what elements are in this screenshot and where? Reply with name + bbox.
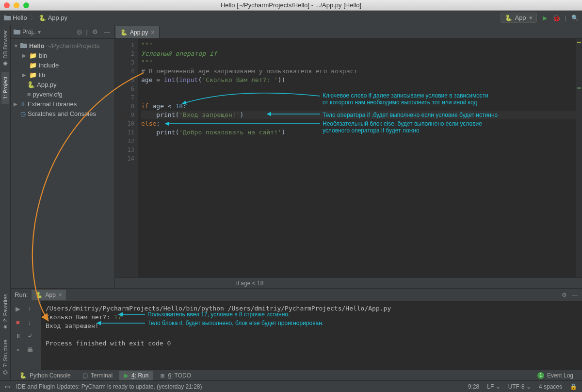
titlebar: Hello [~/PycharmProjects/Hello] - .../Ap… — [0, 0, 582, 11]
lock-icon[interactable]: 🔒 — [570, 383, 577, 390]
sidebar-title: Proj..▾ — [14, 29, 72, 35]
structure-tab[interactable]: ⌬ 7: Structure — [1, 335, 9, 380]
line-gutter: 1234567 891011121314 — [115, 39, 138, 278]
close-window-button[interactable] — [4, 2, 10, 8]
pause-icon[interactable]: ⏸ — [13, 330, 23, 341]
breadcrumb-file[interactable]: 🐍 App.py — [39, 14, 67, 21]
run-panel: Run: 🐍 App × ⚙ — ▶ ■ ⏸ » ↑ ↓ — [11, 288, 582, 370]
tree-item-lib[interactable]: ▶📁lib — [11, 70, 114, 80]
run-config-selector[interactable]: 🐍 App ▾ — [501, 13, 536, 23]
db-browser-tab[interactable]: ◉ DB Browser — [1, 25, 9, 72]
minimize-window-button[interactable] — [14, 2, 19, 8]
print-icon[interactable]: 🖶 — [24, 344, 35, 355]
event-count-badge: 1 — [537, 372, 544, 379]
terminal-tab[interactable]: ▢Terminal — [78, 371, 117, 380]
window-title: Hello [~/PycharmProjects/Hello] - .../Ap… — [221, 1, 361, 9]
breadcrumb-project[interactable]: Hello — [4, 14, 27, 21]
window-controls — [4, 2, 29, 8]
left-tool-rail: ◉ DB Browser 1: Project ★ 2: Favorites ⌬… — [0, 25, 11, 380]
tree-item-bin[interactable]: ▶📁bin — [11, 50, 114, 60]
rerun-button[interactable]: ▶ — [13, 303, 23, 314]
folder-icon — [4, 15, 11, 21]
breadcrumb-bar: Hello 〉 🐍 App.py 🐍 App ▾ ▶ 🐞 | 🔍 — [0, 11, 582, 25]
status-bar: ▭ IDE and Plugin Updates: PyCharm is rea… — [0, 380, 582, 392]
encoding[interactable]: UTF-8 ⌄ — [508, 383, 531, 390]
run-output[interactable]: /Users/dmitriy/PycharmProjects/Hello/bin… — [41, 301, 582, 370]
event-log-tab[interactable]: 1 Event Log — [533, 371, 578, 380]
todo-tab[interactable]: ≣6: TODO — [155, 371, 196, 380]
run-toolbar: ▶ ■ ⏸ » ↑ ↓ ⤶ 🖶 — [11, 301, 41, 370]
editor-tab-app-py[interactable]: 🐍 App.py × — [115, 26, 160, 38]
run-panel-label: Run: — [15, 291, 28, 298]
gear-icon[interactable]: ⚙ — [91, 28, 99, 35]
down-icon[interactable]: ↓ — [24, 317, 35, 327]
python-console-tab[interactable]: 🐍Python Console — [15, 371, 76, 380]
status-message-icon: ▭ — [5, 383, 10, 390]
star-icon: ★ — [3, 324, 8, 330]
python-icon: 🐍 — [35, 292, 42, 298]
tree-root[interactable]: ▼ Hello ~/PycharmProjects — [11, 41, 114, 50]
tree-scratches[interactable]: ◷Scratches and Consoles — [11, 109, 114, 118]
structure-icon: ⌬ — [3, 369, 8, 376]
code-editor[interactable]: 1234567 891011121314 """ Условный операт… — [115, 39, 582, 278]
collapse-icon[interactable]: — — [102, 28, 112, 35]
close-icon[interactable]: × — [59, 292, 62, 298]
tree-item-pyvenv[interactable]: ≡pyvenv.cfg — [11, 89, 114, 99]
project-sidebar: Proj..▾ ◎ | ⚙ — ▼ Hello ~/PycharmProject… — [11, 25, 115, 288]
folder-icon — [14, 29, 20, 35]
run-tab[interactable]: ▶4: Run — [119, 371, 153, 380]
status-message: IDE and Plugin Updates: PyCharm is ready… — [16, 383, 202, 390]
project-tab[interactable]: 1: Project — [1, 72, 9, 104]
chevron-down-icon: ▾ — [529, 14, 533, 21]
editor-area: 🐍 App.py × 1234567 891011121314 """ Усло… — [115, 25, 582, 288]
line-ending[interactable]: LF ⌄ — [487, 383, 500, 390]
collapse-icon[interactable]: — — [571, 292, 578, 298]
folder-icon — [20, 43, 27, 49]
terminal-icon: ▢ — [82, 372, 88, 379]
debug-button[interactable]: 🐞 — [553, 15, 560, 21]
more-icon[interactable]: » — [13, 344, 23, 355]
editor-breadcrumb: if age < 18 — [115, 278, 582, 288]
list-icon: ≣ — [160, 372, 165, 379]
python-icon: 🐍 — [19, 372, 27, 379]
run-button[interactable]: ▶ — [542, 15, 549, 21]
tree-item-include[interactable]: 📁include — [11, 60, 114, 70]
editor-tabs: 🐍 App.py × — [115, 25, 582, 39]
chevron-right-icon: 〉 — [30, 14, 36, 22]
python-icon: 🐍 — [505, 15, 512, 21]
cursor-position[interactable]: 9:28 — [468, 383, 479, 390]
tree-external-libs[interactable]: ▶⊪External Libraries — [11, 99, 114, 109]
play-icon: ▶ — [124, 372, 129, 379]
bottom-tool-tabs: 🐍Python Console ▢Terminal ▶4: Run ≣6: TO… — [11, 370, 582, 380]
python-file-icon: 🐍 — [120, 29, 127, 36]
project-tree: ▼ Hello ~/PycharmProjects ▶📁bin 📁include… — [11, 39, 114, 120]
wrap-icon[interactable]: ⤶ — [24, 330, 35, 341]
favorites-tab[interactable]: ★ 2: Favorites — [1, 289, 9, 335]
database-icon: ◉ — [3, 61, 8, 67]
close-icon[interactable]: × — [151, 29, 154, 36]
marker-stripe[interactable] — [576, 39, 582, 278]
tree-item-app-py[interactable]: 🐍App.py — [11, 80, 114, 89]
gear-icon[interactable]: ⚙ — [561, 292, 567, 298]
up-icon[interactable]: ↑ — [24, 303, 35, 314]
search-button[interactable]: 🔍 — [571, 15, 578, 21]
run-tab-app[interactable]: 🐍 App × — [32, 290, 65, 300]
indent-setting[interactable]: 4 spaces — [539, 383, 562, 390]
target-icon[interactable]: ◎ — [75, 28, 83, 35]
python-file-icon: 🐍 — [39, 15, 46, 21]
maximize-window-button[interactable] — [23, 2, 29, 8]
stop-button[interactable]: ■ — [13, 317, 23, 327]
